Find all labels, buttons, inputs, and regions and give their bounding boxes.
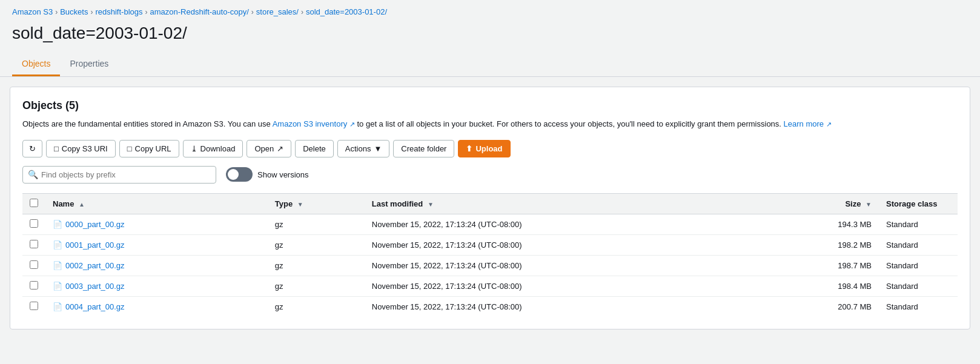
file-link-1[interactable]: 📄 0001_part_00.gz [53, 240, 260, 250]
row-name-cell-4: 📄 0004_part_00.gz [45, 296, 268, 317]
row-size-cell-1: 198.2 MB [788, 234, 879, 255]
file-name-1: 0001_part_00.gz [65, 240, 125, 250]
content-panel: Objects (5) Objects are the fundamental … [10, 87, 970, 329]
learn-more-link[interactable]: Learn more ↗ [784, 119, 832, 128]
file-name-0: 0000_part_00.gz [65, 220, 125, 229]
s3-inventory-link[interactable]: Amazon S3 inventory ↗ [273, 119, 355, 128]
file-icon-4: 📄 [53, 302, 62, 311]
tabs-bar: Objects Properties [0, 53, 980, 77]
row-modified-cell-4: November 15, 2022, 17:13:24 (UTC-08:00) [365, 296, 788, 317]
breadcrumb-redshift-blogs[interactable]: redshift-blogs [95, 7, 142, 16]
row-size-cell-2: 198.7 MB [788, 255, 879, 276]
search-icon: 🔍 [28, 170, 38, 179]
row-type-cell-1: gz [268, 234, 365, 255]
th-last-modified[interactable]: Last modified ▼ [365, 193, 788, 214]
toolbar: ↻ □ Copy S3 URI □ Copy URL ⤓ Download Op… [22, 140, 958, 157]
file-icon-2: 📄 [53, 261, 62, 270]
row-checkbox-2[interactable] [30, 260, 38, 269]
download-button[interactable]: ⤓ Download [183, 140, 243, 157]
row-checkbox-4[interactable] [30, 302, 38, 310]
breadcrumb-buckets[interactable]: Buckets [60, 7, 88, 16]
table-row: 📄 0003_part_00.gz gz November 15, 2022, … [22, 276, 958, 296]
row-checkbox-3[interactable] [30, 281, 38, 290]
table-row: 📄 0001_part_00.gz gz November 15, 2022, … [22, 234, 958, 255]
toggle-slider [226, 167, 253, 182]
delete-button[interactable]: Delete [295, 140, 334, 157]
copy-url-button[interactable]: □ Copy URL [119, 140, 179, 157]
row-name-cell-2: 📄 0002_part_00.gz [45, 255, 268, 276]
open-button[interactable]: Open ↗ [247, 140, 291, 157]
copy-s3-uri-icon: □ [54, 144, 59, 153]
breadcrumb-sold-date[interactable]: sold_date=2003-01-02/ [306, 7, 387, 16]
th-size[interactable]: Size ▼ [788, 193, 879, 214]
row-checkbox-cell-4 [22, 296, 45, 317]
table-row: 📄 0000_part_00.gz gz November 15, 2022, … [22, 214, 958, 234]
row-modified-cell-0: November 15, 2022, 17:13:24 (UTC-08:00) [365, 214, 788, 234]
file-icon-3: 📄 [53, 282, 62, 291]
ext-link-icon-inventory: ↗ [349, 121, 355, 128]
search-row: 🔍 Show versions [22, 166, 958, 184]
copy-s3-uri-button[interactable]: □ Copy S3 URI [46, 140, 116, 157]
row-checkbox-1[interactable] [30, 240, 38, 248]
th-select-all [22, 193, 45, 214]
th-name[interactable]: Name ▲ [45, 193, 268, 214]
breadcrumb-sep-2: › [90, 8, 93, 16]
modified-sort-icon: ▼ [428, 201, 434, 208]
row-name-cell-3: 📄 0003_part_00.gz [45, 276, 268, 296]
toggle-wrapper: Show versions [226, 167, 309, 182]
refresh-button[interactable]: ↻ [22, 140, 42, 157]
file-link-4[interactable]: 📄 0004_part_00.gz [53, 302, 260, 311]
row-storage-cell-0: Standard [879, 214, 958, 234]
show-versions-label: Show versions [257, 170, 309, 179]
tab-objects[interactable]: Objects [12, 53, 60, 76]
file-icon-1: 📄 [53, 240, 62, 250]
row-checkbox-0[interactable] [30, 219, 38, 228]
breadcrumb-sep-3: › [145, 8, 148, 16]
search-wrapper: 🔍 [22, 166, 216, 184]
file-link-2[interactable]: 📄 0002_part_00.gz [53, 261, 260, 270]
breadcrumb-sep-5: › [301, 8, 303, 16]
download-icon: ⤓ [191, 144, 197, 153]
row-checkbox-cell-1 [22, 234, 45, 255]
breadcrumb-sep-1: › [55, 8, 58, 16]
file-icon-0: 📄 [53, 220, 62, 229]
type-sort-icon: ▼ [297, 201, 303, 208]
row-storage-cell-3: Standard [879, 276, 958, 296]
row-size-cell-3: 198.4 MB [788, 276, 879, 296]
actions-chevron-icon: ▼ [374, 144, 382, 153]
breadcrumb-auto-copy[interactable]: amazon-Redshift-auto-copy/ [150, 7, 249, 16]
breadcrumb-amazon-s3[interactable]: Amazon S3 [12, 7, 53, 16]
row-type-cell-2: gz [268, 255, 365, 276]
objects-table: Name ▲ Type ▼ Last modified ▼ Size ▼ [22, 193, 958, 317]
search-input[interactable] [22, 166, 216, 184]
row-storage-cell-1: Standard [879, 234, 958, 255]
select-all-checkbox[interactable] [30, 199, 38, 207]
copy-url-icon: □ [127, 144, 132, 153]
row-storage-cell-2: Standard [879, 255, 958, 276]
file-name-4: 0004_part_00.gz [65, 302, 125, 311]
objects-title: Objects (5) [22, 99, 958, 112]
file-name-2: 0002_part_00.gz [65, 261, 125, 270]
refresh-icon: ↻ [29, 144, 36, 153]
ext-link-icon-learn: ↗ [826, 121, 832, 128]
tab-properties[interactable]: Properties [60, 53, 118, 76]
actions-button[interactable]: Actions ▼ [337, 140, 390, 157]
table-row: 📄 0004_part_00.gz gz November 15, 2022, … [22, 296, 958, 317]
row-size-cell-4: 200.7 MB [788, 296, 879, 317]
row-storage-cell-4: Standard [879, 296, 958, 317]
create-folder-button[interactable]: Create folder [393, 140, 454, 157]
row-type-cell-3: gz [268, 276, 365, 296]
table-row: 📄 0002_part_00.gz gz November 15, 2022, … [22, 255, 958, 276]
show-versions-toggle[interactable] [226, 167, 253, 182]
name-sort-asc-icon: ▲ [79, 201, 85, 208]
upload-button[interactable]: ⬆ Upload [458, 140, 510, 157]
breadcrumb-store-sales[interactable]: store_sales/ [256, 7, 299, 16]
th-type[interactable]: Type ▼ [268, 193, 365, 214]
file-link-0[interactable]: 📄 0000_part_00.gz [53, 220, 260, 229]
upload-icon: ⬆ [466, 144, 472, 153]
description-text-after: to get a list of all objects in your buc… [355, 119, 784, 128]
row-checkbox-cell-0 [22, 214, 45, 234]
file-link-3[interactable]: 📄 0003_part_00.gz [53, 282, 260, 291]
row-checkbox-cell-3 [22, 276, 45, 296]
open-external-icon: ↗ [277, 144, 283, 153]
